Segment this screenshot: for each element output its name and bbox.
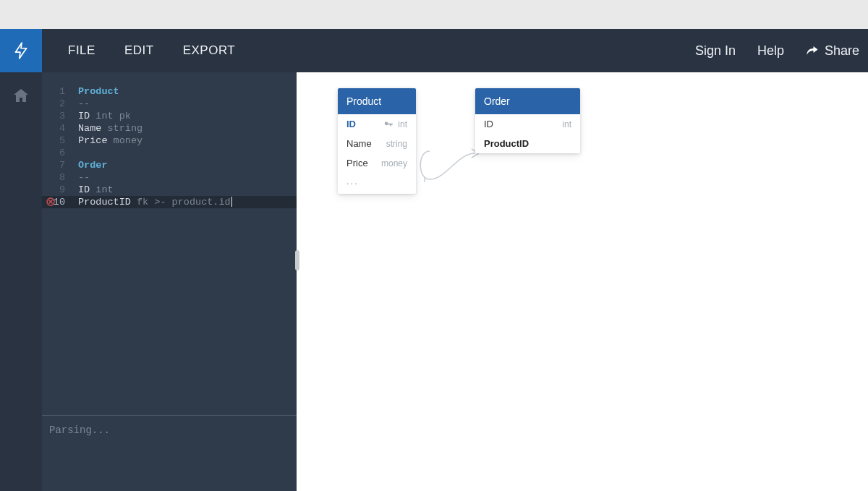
column-name: ID [484,119,493,129]
bolt-icon [12,41,30,60]
table-row[interactable]: IDint [475,114,580,134]
table-row[interactable]: IDint [338,114,416,134]
app-shell: FILE EDIT EXPORT Sign In Help Share 1Pro… [0,29,868,491]
navbar-right: Sign In Help Share [695,43,859,59]
home-button[interactable] [12,87,30,107]
table-more-indicator[interactable]: ... [338,173,416,194]
column-name: ID [346,119,356,129]
table-card-product[interactable]: Product IDintNamestringPricemoney ... [338,88,416,194]
code-text: Product [71,85,119,98]
table-row[interactable]: ProductID [475,134,580,153]
code-text: -- [71,171,90,184]
diagram-canvas[interactable]: Product IDintNamestringPricemoney ... Or… [297,72,868,491]
line-number: 6 [42,147,71,159]
editor-status: Parsing... [42,416,297,491]
svg-line-5 [472,153,479,158]
primary-key-icon [383,119,393,129]
error-icon [46,197,55,206]
table-row[interactable]: Pricemoney [338,153,416,173]
table-header-order: Order [475,88,580,114]
line-number: 9 [42,184,71,196]
editor-scrollbar-thumb[interactable] [295,250,299,270]
code-line[interactable]: 4Name string [42,122,297,135]
menu-export[interactable]: EXPORT [183,43,236,58]
code-text: Price money [71,135,142,147]
code-line[interactable]: 7Order [42,159,297,171]
column-name: Name [346,138,372,149]
share-button[interactable]: Share [806,43,859,59]
line-number: 7 [42,159,71,171]
column-type: string [386,139,407,149]
line-number: 5 [42,135,71,147]
text-cursor [231,197,232,207]
line-number: 3 [42,110,71,122]
table-row[interactable]: Namestring [338,134,416,153]
code-line[interactable]: 1Product [42,85,297,98]
code-editor[interactable]: 1Product2--3ID int pk4Name string5Price … [42,72,297,415]
code-line[interactable]: 5Price money [42,135,297,147]
window-chrome-strip [0,0,868,29]
help-link[interactable]: Help [757,43,784,59]
code-text: Name string [71,122,142,135]
code-line[interactable]: 10ProductID fk >- product.id [42,196,297,208]
line-number: 4 [42,122,71,135]
code-text: ID int [71,184,114,196]
code-line[interactable]: 3ID int pk [42,110,297,122]
line-number: 8 [42,171,71,184]
home-icon [12,87,30,104]
signin-link[interactable]: Sign In [695,43,736,59]
line-number: 1 [42,85,71,98]
line-number: 10 [42,196,71,208]
share-label: Share [825,43,859,59]
relation-connector [414,145,486,202]
code-line[interactable]: 9ID int [42,184,297,196]
menu-edit[interactable]: EDIT [124,43,154,58]
share-arrow-icon [806,44,819,57]
code-editor-pane: 1Product2--3ID int pk4Name string5Price … [42,72,297,491]
menu-bar: FILE EDIT EXPORT [68,43,235,58]
workspace: 1Product2--3ID int pk4Name string5Price … [0,72,868,491]
app-logo[interactable] [0,29,42,72]
left-sidebar [0,72,42,491]
code-line[interactable]: 6 [42,147,297,159]
top-navbar: FILE EDIT EXPORT Sign In Help Share [0,29,868,72]
code-line[interactable]: 2-- [42,98,297,110]
table-card-order[interactable]: Order IDintProductID [475,88,580,153]
line-number: 2 [42,98,71,110]
code-text: ID int pk [71,110,131,122]
column-name: ProductID [484,138,529,149]
table-header-product: Product [338,88,416,114]
code-text: -- [71,98,90,110]
column-name: Price [346,158,368,168]
menu-file[interactable]: FILE [68,43,95,58]
code-text: Order [71,159,108,171]
code-text: ProductID fk >- product.id [71,196,232,208]
column-type: int [398,119,407,129]
column-type: money [381,158,407,168]
column-type: int [562,119,571,129]
code-line[interactable]: 8-- [42,171,297,184]
